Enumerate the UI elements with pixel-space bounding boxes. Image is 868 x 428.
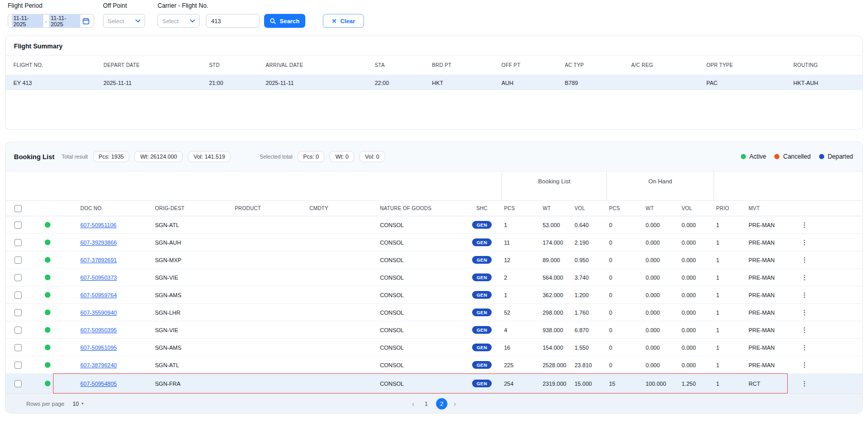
legend-item: Cancelled — [774, 153, 810, 160]
shc-badge: GEN — [472, 380, 492, 387]
row-checkbox[interactable] — [14, 309, 22, 316]
row-checkbox[interactable] — [14, 327, 22, 334]
row-checkbox[interactable] — [14, 239, 22, 246]
chevron-down-icon — [135, 19, 141, 23]
cell-nature: CONSOL — [380, 310, 462, 316]
column-header: CMDTY — [309, 206, 380, 211]
row-checkbox-cell — [6, 327, 30, 334]
row-checkbox[interactable] — [14, 344, 22, 351]
doc-no-link[interactable]: 607-35590940 — [80, 310, 117, 316]
flight-no-input[interactable] — [206, 14, 259, 28]
flight-summary-title: Flight Summary — [6, 36, 862, 56]
fs-cell: 21:00 — [209, 80, 266, 86]
status-cell — [30, 362, 80, 368]
pagination-next-icon[interactable]: › — [452, 399, 458, 408]
row-checkbox[interactable] — [14, 362, 22, 369]
column-header: DOC NO. — [80, 206, 155, 211]
cell-oh_pcs: 0 — [606, 362, 641, 368]
close-icon: ✕ — [332, 18, 337, 25]
row-checkbox[interactable] — [14, 221, 22, 229]
pagination-page-1[interactable]: 1 — [421, 398, 432, 409]
kebab-menu-icon[interactable]: ⋮ — [799, 309, 810, 316]
kebab-menu-icon[interactable]: ⋮ — [799, 273, 810, 281]
shc-badge: GEN — [472, 256, 492, 264]
cell-oh_vol: 0.000 — [678, 327, 714, 333]
row-checkbox[interactable] — [14, 256, 22, 264]
cell-oh_vol: 0.000 — [678, 292, 714, 298]
kebab-menu-icon[interactable]: ⋮ — [799, 256, 810, 264]
flight-period-input[interactable]: 11-11-2025 - 11-11-2025 — [8, 14, 94, 28]
legend-label: Departed — [828, 153, 853, 160]
rows-per-page-label: Rows per page — [26, 401, 64, 407]
row-checkbox[interactable] — [14, 380, 22, 387]
doc-no-link[interactable]: 607-38796240 — [80, 362, 117, 368]
doc-no-link[interactable]: 607-50950373 — [80, 275, 117, 281]
doc-no-link[interactable]: 607-50951106 — [80, 222, 116, 228]
row-checkbox[interactable] — [14, 274, 22, 281]
rows-per-page-select[interactable]: 10 ▾ — [73, 401, 83, 407]
clear-button[interactable]: ✕ Clear — [323, 14, 364, 28]
row-checkbox-cell — [6, 344, 30, 351]
cell-nature: CONSOL — [380, 257, 462, 263]
kebab-menu-icon[interactable]: ⋮ — [799, 380, 810, 387]
cell-oh_vol: 0.000 — [678, 275, 714, 281]
pagination-page-2[interactable]: 2 — [436, 398, 447, 409]
cell-oh_pcs: 0 — [606, 275, 641, 281]
date-end-value[interactable]: 11-11-2025 — [49, 14, 80, 28]
kebab-menu-icon[interactable]: ⋮ — [799, 238, 810, 246]
row-checkbox-cell — [6, 309, 30, 316]
cell-bk_pcs: 4 — [501, 327, 539, 333]
cell-oh_pcs: 15 — [606, 381, 641, 387]
fs-cell: 2025-11-11 — [103, 80, 209, 86]
cell-shc: GEN — [462, 221, 501, 229]
clear-button-label: Clear — [340, 18, 355, 24]
carrier-select[interactable]: Select — [158, 14, 200, 28]
legend-label: Cancelled — [783, 153, 810, 160]
cell-bk_pcs: 2 — [501, 275, 539, 281]
selected-chips: Pcs: 0Wt: 0Vol: 0 — [292, 151, 385, 162]
row-checkbox-cell — [6, 256, 30, 264]
cell-prio: 1 — [714, 345, 745, 351]
pagination-prev-icon[interactable]: ‹ — [410, 399, 416, 408]
row-checkbox[interactable] — [14, 292, 22, 299]
column-header: NATURE OF GOODS — [380, 206, 462, 211]
select-all-checkbox[interactable] — [14, 205, 22, 212]
row-checkbox-cell — [6, 274, 30, 281]
doc-no-link[interactable]: 607-50954805 — [80, 381, 117, 387]
fs-column-header: ARRIVAL DATE — [266, 62, 375, 68]
date-start-value[interactable]: 11-11-2025 — [12, 14, 43, 28]
cell-prio: 1 — [714, 257, 745, 263]
kebab-menu-icon[interactable]: ⋮ — [799, 326, 810, 334]
fs-column-header: A/C REG — [631, 62, 706, 68]
column-header: WT — [539, 206, 570, 211]
kebab-menu-icon[interactable]: ⋮ — [799, 344, 810, 351]
cell-bk_pcs: 254 — [501, 381, 539, 387]
row-checkbox-cell — [6, 239, 30, 246]
fs-column-header: AC TYP — [565, 62, 631, 68]
off-point-select[interactable]: Select — [103, 14, 145, 28]
carrier-flight-label: Carrier - Flight No. — [158, 2, 259, 9]
cell-oh_wt: 0.000 — [641, 292, 678, 298]
filter-bar: Flight Period 11-11-2025 - 11-11-2025 Of… — [0, 0, 868, 28]
kebab-menu-icon[interactable]: ⋮ — [799, 221, 810, 229]
doc-no-link[interactable]: 607-50959764 — [80, 292, 117, 298]
cell-bk_pcs: 12 — [501, 257, 539, 263]
doc-no-link[interactable]: 607-37892691 — [80, 257, 117, 263]
status-dot — [45, 310, 50, 315]
kebab-menu-icon[interactable]: ⋮ — [799, 361, 810, 369]
cell-bk_vol: 1.200 — [570, 292, 606, 298]
search-button[interactable]: Search — [264, 14, 305, 28]
doc-no-link[interactable]: 607-50950395 — [80, 327, 117, 333]
doc-no-link[interactable]: 607-39293866 — [80, 239, 117, 246]
kebab-menu-icon[interactable]: ⋮ — [799, 291, 810, 299]
doc-no-link[interactable]: 607-50951095 — [80, 345, 117, 351]
cell-bk_vol: 0.950 — [570, 257, 606, 263]
selected-chip: Pcs: 0 — [298, 151, 325, 162]
calendar-icon[interactable] — [82, 18, 90, 25]
cell-nature: CONSOL — [380, 239, 462, 246]
column-header: MVT — [745, 206, 797, 211]
fs-cell: HKT-AUH — [793, 80, 855, 86]
fs-cell: HKT — [432, 80, 501, 86]
cell-doc_no: 607-37892691 — [80, 257, 155, 263]
cell-bk_vol: 0.640 — [570, 222, 606, 228]
